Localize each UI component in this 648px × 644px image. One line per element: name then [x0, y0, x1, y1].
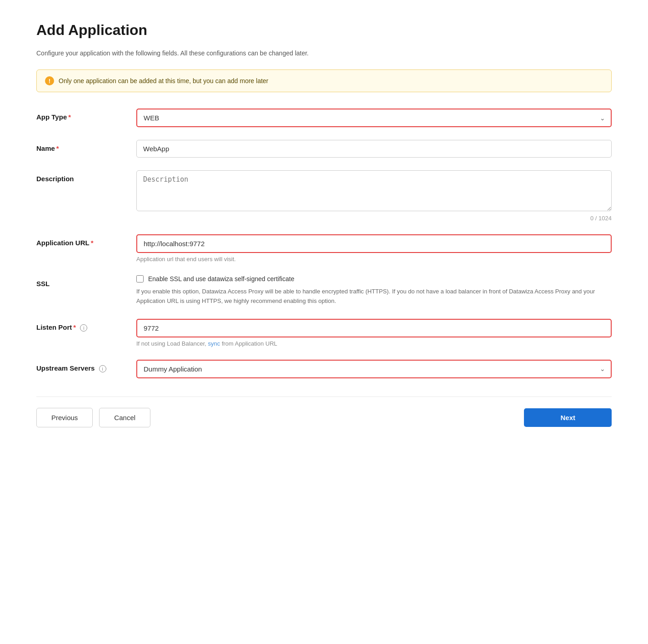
name-input[interactable]	[136, 140, 612, 158]
description-row: Description 0 / 1024	[36, 170, 612, 222]
alert-banner: ! Only one application can be added at t…	[36, 69, 612, 92]
ssl-checkbox-row: Enable SSL and use datawiza self-signed …	[136, 275, 612, 282]
page-subtitle: Configure your application with the foll…	[36, 50, 612, 57]
upstream-servers-label: Upstream Servers i	[36, 360, 136, 373]
alert-text: Only one application can be added at thi…	[59, 77, 269, 84]
upstream-servers-select-wrapper: Dummy Application ⌄	[136, 360, 612, 378]
listen-port-info-icon: i	[80, 324, 87, 332]
upstream-servers-select[interactable]: Dummy Application	[136, 360, 612, 378]
next-button[interactable]: Next	[524, 408, 612, 427]
application-url-row: Application URL* Application url that en…	[36, 234, 612, 263]
footer-actions: Previous Cancel Next	[36, 396, 612, 427]
previous-button[interactable]: Previous	[36, 408, 93, 427]
app-type-required: *	[68, 113, 71, 121]
port-required: *	[73, 323, 76, 331]
url-required: *	[91, 239, 94, 247]
warning-icon: !	[45, 76, 54, 85]
listen-port-input[interactable]	[136, 319, 612, 337]
application-url-field: Application url that end users will visi…	[136, 234, 612, 263]
app-type-select[interactable]: WEB API MOBILE	[136, 109, 612, 127]
description-field: 0 / 1024	[136, 170, 612, 222]
ssl-label: SSL	[36, 275, 136, 287]
application-url-hint: Application url that end users will visi…	[136, 256, 612, 263]
ssl-description: If you enable this option, Datawiza Acce…	[136, 287, 612, 306]
listen-port-field: If not using Load Balancer, sync from Ap…	[136, 319, 612, 347]
sync-link[interactable]: sync	[208, 340, 220, 347]
description-textarea[interactable]	[136, 170, 612, 211]
application-url-label: Application URL*	[36, 234, 136, 247]
listen-port-row: Listen Port* i If not using Load Balance…	[36, 319, 612, 347]
upstream-servers-field: Dummy Application ⌄	[136, 360, 612, 378]
name-row: Name*	[36, 140, 612, 158]
cancel-button[interactable]: Cancel	[99, 408, 150, 427]
name-field	[136, 140, 612, 158]
footer-left-buttons: Previous Cancel	[36, 408, 150, 427]
application-url-input[interactable]	[136, 234, 612, 253]
upstream-info-icon: i	[99, 365, 106, 372]
char-count: 0 / 1024	[136, 215, 612, 222]
ssl-field: Enable SSL and use datawiza self-signed …	[136, 275, 612, 306]
app-type-row: App Type* WEB API MOBILE ⌄	[36, 109, 612, 127]
listen-port-label: Listen Port* i	[36, 319, 136, 332]
app-type-field: WEB API MOBILE ⌄	[136, 109, 612, 127]
app-type-select-wrapper: WEB API MOBILE ⌄	[136, 109, 612, 127]
upstream-servers-row: Upstream Servers i Dummy Application ⌄	[36, 360, 612, 378]
ssl-checkbox[interactable]	[136, 275, 144, 282]
ssl-row: SSL Enable SSL and use datawiza self-sig…	[36, 275, 612, 306]
app-type-label: App Type*	[36, 109, 136, 121]
name-required: *	[56, 144, 59, 152]
name-label: Name*	[36, 140, 136, 152]
page-title: Add Application	[36, 22, 612, 39]
listen-port-hint: If not using Load Balancer, sync from Ap…	[136, 340, 612, 347]
description-label: Description	[36, 170, 136, 183]
ssl-checkbox-label[interactable]: Enable SSL and use datawiza self-signed …	[148, 275, 294, 282]
